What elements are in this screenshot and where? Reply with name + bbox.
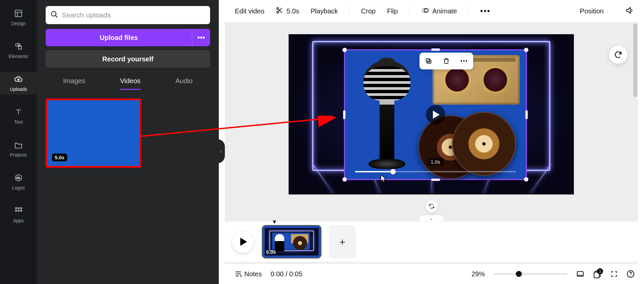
more-options-button[interactable]: ••• [480, 6, 491, 16]
timeline: ▼ 5.0s ＋ [225, 222, 644, 262]
plus-icon: ＋ [337, 235, 347, 249]
microphone-graphic [355, 60, 419, 174]
resize-handle-se[interactable] [524, 177, 529, 182]
resize-handle-n[interactable] [431, 48, 440, 51]
resize-handle-nw[interactable] [342, 48, 347, 52]
upload-tabs: Images Videos Audio [46, 77, 210, 90]
chevron-down-icon: ⌄ [430, 216, 433, 221]
upload-files-button[interactable]: Upload files [46, 29, 192, 46]
text-icon [14, 107, 23, 117]
svg-rect-5 [18, 207, 19, 209]
animate-button[interactable]: Animate [421, 6, 457, 16]
search-uploads[interactable] [46, 6, 210, 24]
delete-button[interactable] [440, 54, 453, 68]
grid-icon [14, 206, 23, 215]
context-toolbar: ••• [419, 53, 473, 69]
svg-rect-0 [15, 10, 22, 17]
svg-text:co.: co. [16, 176, 20, 179]
folder-icon [14, 140, 23, 150]
rail-apps-label: Apps [13, 218, 24, 223]
zoom-percentage[interactable]: 29% [472, 270, 485, 278]
tab-videos[interactable]: Videos [120, 77, 141, 90]
duplicate-button[interactable] [422, 54, 435, 68]
position-button[interactable]: Position [580, 7, 604, 15]
bottom-bar: Notes 0:00 / 0:05 29% 1 [225, 264, 644, 284]
zoom-slider-handle[interactable] [516, 271, 522, 277]
audio-toggle-button[interactable] [625, 6, 634, 16]
timeline-clip[interactable]: 5.0s [262, 225, 321, 259]
trim-duration-button[interactable]: 5.0s [276, 7, 299, 16]
playback-button[interactable]: Playback [311, 7, 338, 15]
edit-video-button[interactable]: Edit video [235, 7, 264, 15]
more-horizontal-icon: ••• [480, 6, 491, 16]
notes-label: Notes [244, 270, 262, 278]
rail-projects-label: Projects [10, 152, 27, 158]
add-page-button[interactable]: ＋ [329, 225, 356, 259]
rail-projects[interactable]: Projects [0, 137, 37, 160]
help-icon [627, 270, 635, 278]
video-scrubber[interactable] [355, 171, 516, 172]
hex-icon: co. [14, 173, 23, 182]
panel-collapse-button[interactable]: ‹ [217, 139, 225, 163]
view-grid-button[interactable] [576, 270, 584, 278]
scrub-time-badge: 1.0s [427, 158, 443, 166]
rail-design-label: Design [11, 21, 26, 26]
svg-rect-8 [18, 210, 19, 212]
nav-rail: Design Elements Uploads Text Projects co… [0, 0, 37, 284]
rail-elements[interactable]: Elements [0, 39, 37, 62]
record-yourself-button[interactable]: Record yourself [46, 50, 210, 68]
zoom-slider[interactable] [494, 273, 567, 275]
crop-button[interactable]: Crop [361, 7, 376, 15]
sync-button[interactable] [425, 200, 438, 213]
more-horizontal-icon: ••• [460, 58, 468, 64]
canvas-stage[interactable]: 1.0s ••• [289, 34, 574, 194]
rail-text[interactable]: Text [0, 105, 37, 127]
help-button[interactable] [627, 270, 635, 278]
resize-handle-ne[interactable] [524, 48, 529, 52]
fullscreen-button[interactable] [610, 270, 618, 278]
toolbar-separator [349, 6, 350, 16]
rail-elements-label: Elements [9, 54, 28, 59]
svg-rect-9 [20, 210, 22, 212]
tab-images[interactable]: Images [63, 77, 85, 90]
toolbar-separator [468, 6, 469, 16]
search-input[interactable] [62, 11, 205, 19]
trim-duration-label: 5.0s [287, 7, 299, 15]
svg-rect-2 [18, 46, 21, 49]
video-play-button[interactable] [426, 105, 445, 124]
toolbar-separator [409, 6, 409, 16]
page-panel-toggle[interactable]: ⌄ [419, 215, 444, 221]
regenerate-button[interactable] [609, 46, 627, 64]
svg-point-10 [51, 11, 56, 16]
resize-handle-e[interactable] [525, 110, 528, 119]
upload-more-button[interactable]: ••• [192, 29, 210, 46]
rail-apps[interactable]: Apps [0, 203, 37, 226]
svg-point-22 [630, 275, 631, 276]
editor-toolbar: Edit video 5.0s Playback Crop Flip Anima… [225, 0, 644, 22]
mouse-cursor-icon [379, 174, 387, 185]
rail-uploads[interactable]: Uploads [0, 72, 37, 95]
rail-text-label: Text [14, 119, 23, 125]
scrollbar-thumb[interactable] [633, 23, 637, 97]
resize-handle-s[interactable] [431, 178, 440, 181]
svg-rect-6 [20, 207, 22, 209]
notes-icon [234, 270, 242, 278]
tab-audio[interactable]: Audio [176, 77, 193, 90]
svg-rect-4 [15, 207, 17, 209]
flip-button[interactable]: Flip [387, 7, 398, 15]
upload-thumbnail[interactable]: 5.0s [46, 99, 141, 168]
more-horizontal-icon: ••• [197, 33, 205, 42]
page-count-button[interactable]: 1 [593, 270, 602, 278]
resize-handle-w[interactable] [343, 110, 346, 119]
notes-button[interactable]: Notes [234, 270, 262, 278]
rail-uploads-label: Uploads [10, 87, 27, 92]
shapes-icon [14, 42, 23, 51]
rail-logos[interactable]: co. Logos [0, 170, 37, 193]
context-more-button[interactable]: ••• [457, 54, 471, 68]
resize-handle-sw[interactable] [342, 177, 347, 182]
uploads-panel: Upload files ••• Record yourself Images … [37, 0, 219, 284]
rail-design[interactable]: Design [0, 6, 37, 29]
canvas-scrollbar-vertical[interactable] [633, 22, 638, 220]
timeline-playhead-icon[interactable]: ▼ [272, 219, 277, 225]
timeline-play-button[interactable] [232, 230, 254, 253]
